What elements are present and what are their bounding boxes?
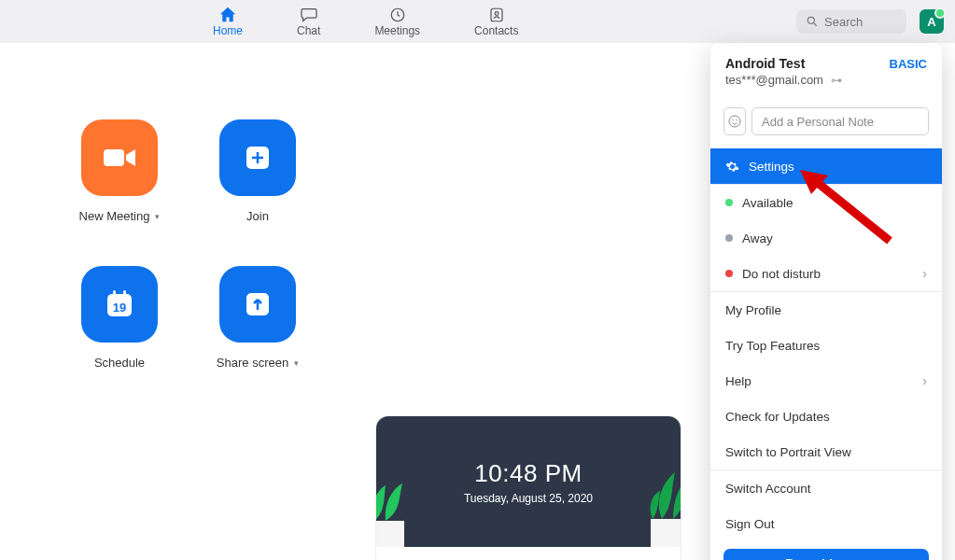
search-icon xyxy=(806,15,819,28)
share-screen-label: Share screen xyxy=(217,356,288,370)
action-grid: New Meeting ▾ Join 19 Schedule xyxy=(69,119,308,370)
menu-check-updates[interactable]: Check for Updates xyxy=(710,399,942,434)
clock-time: 10:48 PM xyxy=(474,459,582,488)
join-button[interactable] xyxy=(219,119,296,196)
hidden-icon: ⊶ xyxy=(831,74,842,87)
action-schedule: 19 Schedule xyxy=(69,266,170,370)
buy-license-button[interactable]: Buy a License xyxy=(723,549,929,560)
join-label: Join xyxy=(246,209,269,223)
schedule-button[interactable]: 19 xyxy=(81,266,158,343)
share-screen-label-row[interactable]: Share screen ▾ xyxy=(217,356,299,370)
svg-point-13 xyxy=(732,119,733,120)
contacts-icon xyxy=(487,7,506,23)
nav-home[interactable]: Home xyxy=(213,7,243,37)
gear-icon xyxy=(725,160,739,174)
chat-icon xyxy=(300,7,318,23)
search-input[interactable] xyxy=(824,15,897,29)
menu-sign-out[interactable]: Sign Out xyxy=(710,506,942,541)
menu-my-profile[interactable]: My Profile xyxy=(710,292,942,328)
video-icon xyxy=(102,146,137,170)
menu-portrait-label: Switch to Portrait View xyxy=(725,445,851,459)
card-header: 10:48 PM Tuesday, August 25, 2020 xyxy=(376,416,681,547)
profile-menu: Android Test BASIC tes***@gmail.com ⊶ Se… xyxy=(710,43,942,560)
status-dot-red-icon xyxy=(725,270,733,277)
action-new-meeting: New Meeting ▾ xyxy=(69,119,170,223)
status-dot-green-icon xyxy=(725,199,733,206)
calendar-day: 19 xyxy=(104,301,135,315)
menu-top-features[interactable]: Try Top Features xyxy=(710,328,942,363)
profile-email: tes***@gmail.com xyxy=(725,73,823,87)
profile-email-row: tes***@gmail.com ⊶ xyxy=(725,73,927,87)
plan-badge: BASIC xyxy=(890,57,927,71)
menu-check-updates-label: Check for Updates xyxy=(725,410,830,424)
calendar-icon: 19 xyxy=(104,288,135,320)
nav-chat-label: Chat xyxy=(297,24,320,37)
svg-point-2 xyxy=(495,11,499,15)
profile-name: Android Test xyxy=(725,56,805,71)
menu-header: Android Test BASIC tes***@gmail.com ⊶ xyxy=(710,43,942,96)
share-icon xyxy=(244,290,272,318)
nav-contacts-label: Contacts xyxy=(474,24,518,37)
search-field[interactable] xyxy=(796,9,906,34)
nav: Home Chat Meetings Contacts xyxy=(213,7,518,37)
emoji-button[interactable] xyxy=(723,107,746,135)
chevron-right-icon: › xyxy=(922,373,927,388)
nav-home-label: Home xyxy=(213,24,243,37)
svg-point-14 xyxy=(736,119,737,120)
new-meeting-label: New Meeting xyxy=(79,209,150,223)
avatar-initial: A xyxy=(927,15,935,29)
menu-settings-label: Settings xyxy=(749,160,794,174)
chevron-down-icon: ▾ xyxy=(155,212,160,221)
personal-note-row xyxy=(723,107,929,135)
clock-date: Tuesday, August 25, 2020 xyxy=(464,492,593,505)
svg-rect-10 xyxy=(376,521,404,547)
menu-switch-account-label: Switch Account xyxy=(725,482,811,496)
schedule-label: Schedule xyxy=(94,356,145,370)
menu-away[interactable]: Away xyxy=(710,220,942,256)
action-join: Join xyxy=(207,119,308,223)
share-screen-button[interactable] xyxy=(219,266,296,343)
nav-meetings[interactable]: Meetings xyxy=(374,7,420,37)
menu-sign-out-label: Sign Out xyxy=(725,517,775,531)
svg-rect-8 xyxy=(123,290,126,297)
plant-decor-icon xyxy=(376,474,423,547)
action-share-screen: Share screen ▾ xyxy=(207,266,308,370)
avatar[interactable]: A xyxy=(920,9,944,34)
new-meeting-button[interactable] xyxy=(81,119,158,196)
svg-rect-7 xyxy=(113,290,116,297)
chevron-right-icon: › xyxy=(922,266,927,281)
menu-help[interactable]: Help › xyxy=(710,363,942,399)
svg-rect-11 xyxy=(651,519,681,547)
menu-switch-account[interactable]: Switch Account xyxy=(710,470,942,506)
card-body: No upcoming meetings today xyxy=(376,547,681,560)
chevron-down-icon: ▾ xyxy=(294,358,299,368)
menu-portrait[interactable]: Switch to Portrait View xyxy=(710,434,942,469)
plus-icon xyxy=(244,144,272,172)
clock-icon xyxy=(388,7,407,23)
nav-chat[interactable]: Chat xyxy=(297,7,320,37)
menu-away-label: Away xyxy=(742,231,773,245)
topbar: Home Chat Meetings Contacts A xyxy=(0,0,955,43)
menu-help-label: Help xyxy=(725,374,751,388)
nav-meetings-label: Meetings xyxy=(374,24,420,37)
menu-settings[interactable]: Settings xyxy=(710,148,942,184)
svg-rect-4 xyxy=(104,149,124,166)
personal-note-input[interactable] xyxy=(751,107,929,135)
nav-contacts[interactable]: Contacts xyxy=(474,7,518,37)
buy-license-label: Buy a License xyxy=(785,556,866,561)
svg-point-3 xyxy=(808,17,814,23)
plant-decor-icon xyxy=(625,465,681,547)
new-meeting-label-row[interactable]: New Meeting ▾ xyxy=(79,209,161,223)
menu-dnd-label: Do not disturb xyxy=(742,267,821,281)
menu-available-label: Available xyxy=(742,196,793,210)
menu-top-features-label: Try Top Features xyxy=(725,339,820,353)
smile-icon xyxy=(727,114,742,129)
home-icon xyxy=(218,7,237,23)
menu-available[interactable]: Available xyxy=(710,185,942,220)
status-dot-grey-icon xyxy=(725,234,733,242)
meeting-card: 10:48 PM Tuesday, August 25, 2020 No upc… xyxy=(375,415,681,560)
menu-dnd[interactable]: Do not disturb › xyxy=(710,256,942,291)
menu-my-profile-label: My Profile xyxy=(725,303,781,317)
svg-point-12 xyxy=(729,116,740,127)
